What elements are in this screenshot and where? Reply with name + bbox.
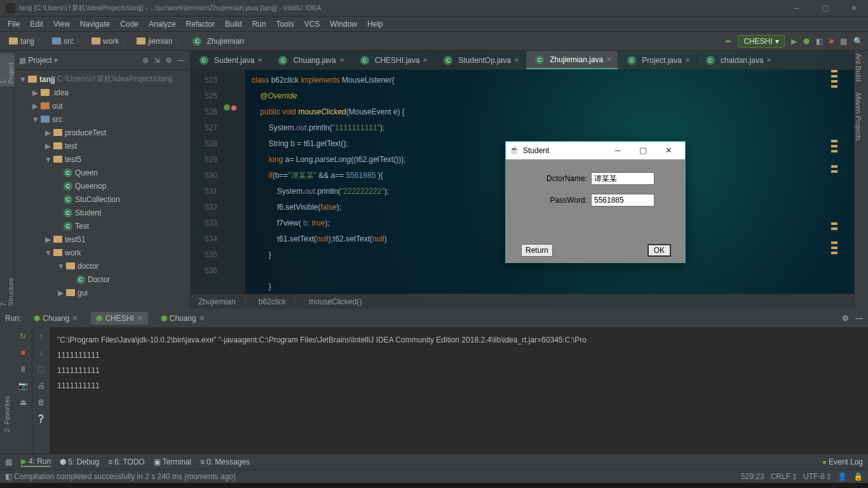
stop-icon[interactable]: ■ xyxy=(18,348,28,358)
breadcrumb-jiemian[interactable]: jiemian〉 xyxy=(133,36,186,46)
exit-icon[interactable]: ⏏ xyxy=(18,397,28,407)
gear-icon[interactable]: ⚙ xyxy=(842,314,849,323)
print-icon[interactable]: 🖨 xyxy=(36,381,46,391)
help-icon[interactable]: ❔ xyxy=(36,414,46,424)
java-app-icon[interactable]: ☕ xyxy=(163,484,188,488)
crumb-class[interactable]: Zhujiemian xyxy=(198,297,236,306)
close-icon[interactable]: ✕ xyxy=(339,57,344,64)
wrap-icon[interactable]: ⬚ xyxy=(36,364,46,374)
status-icon[interactable]: ◧ xyxy=(5,472,12,481)
maximize-button[interactable]: ▢ xyxy=(811,0,839,17)
rerun-icon[interactable]: ↻ xyxy=(18,331,28,341)
tab-run[interactable]: ▶4: Run xyxy=(21,457,51,467)
tab-favorites[interactable]: 2: Favorites xyxy=(3,393,11,435)
tab-ant-build[interactable]: Ant Build xyxy=(855,51,862,84)
doctor-name-field[interactable] xyxy=(591,172,654,185)
tab-chuang[interactable]: CChuang.java✕ xyxy=(269,51,351,69)
collapse-icon[interactable]: ⇲ xyxy=(154,56,160,65)
toolwin-icon[interactable]: ▦ xyxy=(5,458,12,466)
tab-messages[interactable]: ≡0: Messages xyxy=(200,458,250,466)
taskview-icon[interactable]: ▤ xyxy=(56,484,81,488)
tab-chaidan[interactable]: Cchaidan.java✕ xyxy=(697,51,778,69)
tab-debug[interactable]: ⬢5: Debug xyxy=(60,458,99,466)
close-icon[interactable]: ✕ xyxy=(257,57,262,64)
crumb-inner[interactable]: b62click xyxy=(259,297,286,306)
close-icon[interactable]: ✕ xyxy=(685,57,690,64)
close-button[interactable]: ✕ xyxy=(839,0,868,17)
breadcrumb-tanjj[interactable]: tanjj〉 xyxy=(5,36,48,46)
coverage-icon[interactable]: ◧ xyxy=(816,37,823,46)
menu-edit[interactable]: Edit xyxy=(25,20,48,29)
tab-studentop[interactable]: CStudentOp.java✕ xyxy=(435,51,526,69)
password-field[interactable] xyxy=(591,194,654,207)
explorer-icon[interactable]: 📁 xyxy=(109,484,135,488)
line-separator[interactable]: CRLF ‡ xyxy=(771,472,797,481)
run-icon[interactable]: ▶ xyxy=(791,37,797,46)
console-output[interactable]: "C:\Program Files\Java\jdk-10.0.2\bin\ja… xyxy=(50,327,868,454)
layout-icon[interactable]: ▦ xyxy=(840,37,847,46)
tab-maven[interactable]: Maven Projects xyxy=(855,90,862,144)
breadcrumb-work[interactable]: work〉 xyxy=(88,36,133,46)
menu-navigate[interactable]: Navigate xyxy=(75,20,115,29)
run-config-selector[interactable]: CHESHI ▾ xyxy=(738,35,784,48)
search-icon[interactable]: 🔍 xyxy=(853,37,863,46)
start-button[interactable]: ⊞ xyxy=(3,484,28,488)
close-icon[interactable]: ✕ xyxy=(423,57,428,64)
minimize-button[interactable]: ─ xyxy=(782,0,811,17)
dialog-maximize-button[interactable]: ▢ xyxy=(630,146,656,155)
menu-tools[interactable]: Tools xyxy=(271,20,299,29)
menu-run[interactable]: Run xyxy=(247,20,271,29)
dialog-close-button[interactable]: ✕ xyxy=(656,146,681,155)
crumb-method[interactable]: mouseClicked() xyxy=(309,297,362,306)
override-indicator-icon[interactable] xyxy=(224,104,230,111)
run-tab-chuang2[interactable]: ⬢Chuang✕ xyxy=(156,312,210,325)
menu-build[interactable]: Build xyxy=(220,20,247,29)
close-icon[interactable]: ✕ xyxy=(514,57,519,64)
debug-icon[interactable]: ⬢ xyxy=(803,37,810,46)
stop-icon[interactable]: ■ xyxy=(829,37,834,46)
tab-eventlog[interactable]: ●Event Log xyxy=(822,458,863,466)
return-button[interactable]: Return xyxy=(521,244,553,257)
dialog-titlebar[interactable]: ☕ Student ─ ▢ ✕ xyxy=(506,142,685,159)
menu-help[interactable]: Help xyxy=(362,20,388,29)
close-icon[interactable]: ✕ xyxy=(606,56,611,63)
camera-icon[interactable]: 📷 xyxy=(18,381,28,391)
tab-structure[interactable]: 7: Structure xyxy=(0,269,15,309)
tab-zhujiemian[interactable]: CZhujiemian.java✕ xyxy=(526,51,618,69)
up-icon[interactable]: ↑ xyxy=(36,331,46,341)
menu-file[interactable]: File xyxy=(3,20,25,29)
lock-icon[interactable]: 🔒 xyxy=(853,472,863,481)
menu-vcs[interactable]: VCS xyxy=(299,20,325,29)
menu-refactor[interactable]: Refactor xyxy=(181,20,220,29)
menu-code[interactable]: Code xyxy=(115,20,144,29)
tab-project[interactable]: 1: Project xyxy=(0,53,15,86)
pause-icon[interactable]: ⏸ xyxy=(18,364,28,374)
close-icon[interactable]: ✕ xyxy=(766,57,771,64)
error-stripe[interactable] xyxy=(831,70,840,305)
tab-project[interactable]: CProject.java✕ xyxy=(618,51,697,69)
run-tab-chuang1[interactable]: ⬢Chuang✕ xyxy=(29,312,83,325)
dialog-minimize-button[interactable]: ─ xyxy=(605,146,630,155)
tab-todo[interactable]: ≡6: TODO xyxy=(108,458,145,466)
tab-sudent[interactable]: CSudent.java✕ xyxy=(191,51,269,69)
tab-terminal[interactable]: ▣Terminal xyxy=(154,458,191,466)
project-tree[interactable]: ▼tanjj C:\Users\计算机\IdeaProjects\tanjj ▶… xyxy=(14,70,190,309)
trash-icon[interactable]: 🗑 xyxy=(36,397,46,407)
down-icon[interactable]: ↓ xyxy=(36,348,46,358)
inspector-icon[interactable]: 👤 xyxy=(837,472,847,481)
tab-cheshi[interactable]: CCHESHI.java✕ xyxy=(351,51,435,69)
caret-position[interactable]: 529:23 xyxy=(741,472,764,481)
hide-icon[interactable]: — xyxy=(177,56,185,65)
scroll-to-icon[interactable]: ⊕ xyxy=(142,56,149,65)
edge-icon[interactable]: e xyxy=(136,484,161,488)
menu-view[interactable]: View xyxy=(48,20,75,29)
change-indicator-icon[interactable] xyxy=(231,105,236,111)
encoding[interactable]: UTF-8 ‡ xyxy=(803,472,831,481)
ok-button[interactable]: OK xyxy=(648,244,671,257)
cortana-icon[interactable]: ○ xyxy=(29,484,55,488)
breadcrumb-src[interactable]: src〉 xyxy=(48,36,88,46)
run-tab-cheshi[interactable]: ⬢CHESHI✕ xyxy=(91,312,147,325)
breadcrumb-file[interactable]: CZhujiemian xyxy=(186,37,248,46)
settings-icon[interactable]: ⚙ xyxy=(165,56,172,65)
menu-window[interactable]: Window xyxy=(325,20,362,29)
